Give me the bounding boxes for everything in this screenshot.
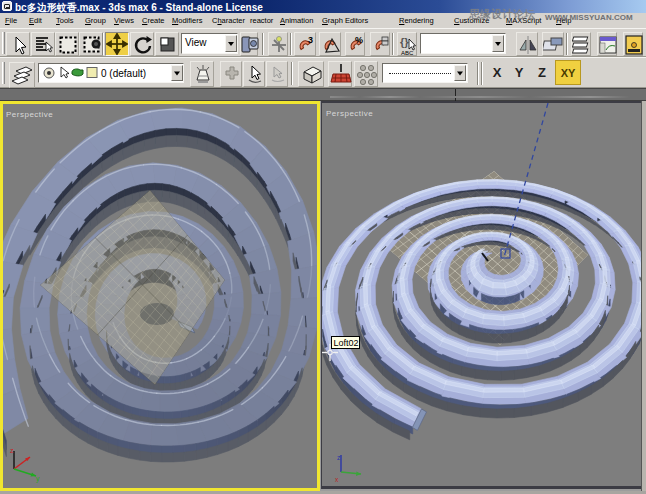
svg-text:%: % [355, 35, 363, 45]
svg-text:{}: {} [400, 36, 409, 48]
svg-text:Loft02: Loft02 [334, 338, 359, 348]
svg-text:y: y [36, 475, 40, 483]
svg-text:ABC: ABC [401, 50, 414, 56]
svg-text:z: z [337, 454, 340, 461]
svg-text:x: x [335, 476, 339, 483]
svg-text:z: z [10, 447, 14, 454]
svg-text:3: 3 [308, 35, 313, 45]
